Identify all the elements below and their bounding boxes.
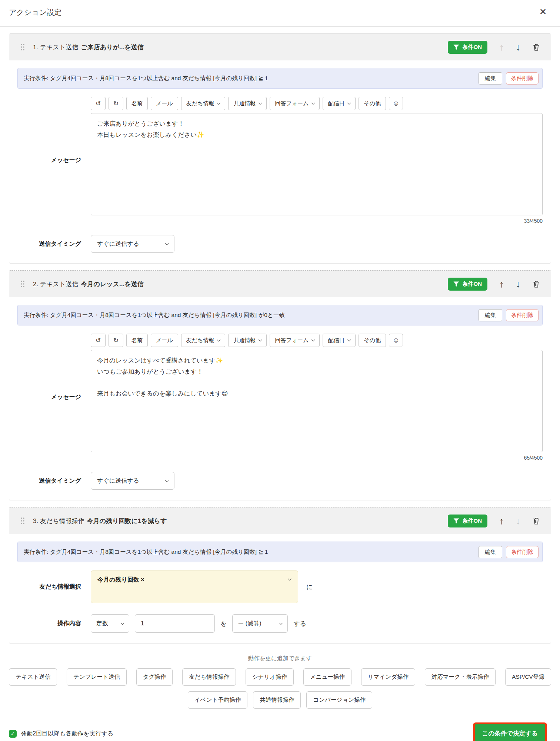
answer-form-dropdown[interactable]: 回答フォーム: [270, 334, 320, 347]
condition-text: 実行条件: タグ月4回コース・月8回コースを1つ以上含む and 友だち情報 […: [24, 75, 268, 82]
delivery-date-dropdown[interactable]: 配信日: [323, 97, 356, 110]
delete-condition-button[interactable]: 条件削除: [506, 72, 539, 85]
confirm-condition-button[interactable]: この条件で決定する: [475, 724, 545, 741]
chevron-down-icon: [259, 101, 262, 105]
char-counter: 65/4500: [91, 455, 543, 461]
operand-value-input[interactable]: [135, 614, 215, 633]
emoji-icon[interactable]: ☺: [389, 334, 403, 347]
add-template-send-button[interactable]: テンプレート送信: [67, 668, 127, 686]
add-scenario-operation-button[interactable]: シナリオ操作: [246, 668, 294, 686]
edit-condition-button[interactable]: 編集: [479, 309, 502, 321]
execution-condition-bar: 実行条件: タグ月4回コース・月8回コースを1つ以上含む and 友だち情報 […: [17, 542, 543, 562]
edit-condition-button[interactable]: 編集: [479, 72, 502, 85]
filter-icon: [453, 518, 459, 524]
modal-body: 1. テキスト送信ご来店ありが...を送信 条件ON ↑ ↓ 実行条件: タグ月…: [0, 33, 560, 709]
operator-select[interactable]: ー (減算): [232, 614, 288, 633]
action-type-label: 3. 友だち情報操作: [33, 517, 84, 525]
undo-icon[interactable]: ↺: [91, 97, 106, 110]
message-textarea[interactable]: ご来店ありがとうございます！ 本日もレッスンをお楽しみください✨: [91, 113, 543, 215]
add-action-row-2: イベント予約操作 共通情報操作 コンバージョン操作: [9, 691, 551, 709]
drag-handle-icon[interactable]: [20, 43, 25, 51]
trash-icon[interactable]: [532, 517, 540, 525]
action-name: ご来店ありが...を送信: [81, 44, 144, 51]
delivery-date-dropdown[interactable]: 配信日: [323, 334, 356, 347]
delete-condition-button[interactable]: 条件削除: [506, 546, 539, 558]
trash-icon[interactable]: [532, 43, 540, 52]
move-down-button[interactable]: ↓: [516, 43, 521, 52]
action-block-3-header: 3. 友だち情報操作今月の残り回数に1を減らす 条件ON ↑ ↓: [9, 507, 551, 534]
add-mark-display-operation-button[interactable]: 対応マーク・表示操作: [425, 668, 496, 686]
trash-icon[interactable]: [532, 280, 540, 288]
add-tag-operation-button[interactable]: タグ操作: [136, 668, 173, 686]
repeat-execution-checkbox[interactable]: ✓ 発動2回目以降も各動作を実行する: [9, 730, 113, 738]
add-action-row-1: テキスト送信 テンプレート送信 タグ操作 友だち情報操作 シナリオ操作 メニュー…: [9, 668, 551, 686]
common-info-dropdown[interactable]: 共通情報: [228, 97, 267, 110]
condition-on-badge[interactable]: 条件ON: [448, 41, 488, 54]
action-block-3: 3. 友だち情報操作今月の残り回数に1を減らす 条件ON ↑ ↓ 実行条件: タ…: [9, 507, 551, 644]
action-header-controls: 条件ON ↑ ↓: [448, 515, 541, 527]
chevron-down-icon: [347, 338, 351, 341]
add-reminder-operation-button[interactable]: リマインダ操作: [361, 668, 415, 686]
move-up-button[interactable]: ↑: [499, 516, 504, 526]
chevron-down-icon: [121, 621, 124, 625]
chevron-down-icon: [259, 338, 262, 341]
send-timing-select[interactable]: すぐに送信する: [91, 472, 174, 490]
delete-condition-button[interactable]: 条件削除: [506, 309, 539, 321]
drag-handle-icon[interactable]: [20, 280, 25, 288]
checkbox-checked-icon[interactable]: ✓: [9, 730, 17, 738]
add-text-send-button[interactable]: テキスト送信: [9, 668, 57, 686]
operand-type-select[interactable]: 定数: [91, 614, 129, 633]
filter-icon: [453, 44, 459, 50]
chevron-down-icon: [311, 101, 315, 105]
add-common-info-operation-button[interactable]: 共通情報操作: [253, 691, 301, 709]
action-type-label: 1. テキスト送信: [33, 44, 79, 51]
chevron-down-icon: [311, 338, 315, 341]
action-type-label: 2. テキスト送信: [33, 281, 79, 288]
timing-label: 送信タイミング: [19, 240, 81, 248]
friend-info-field-select[interactable]: 今月の残り回数 ×: [91, 570, 298, 603]
redo-icon[interactable]: ↻: [109, 97, 123, 110]
operation-label: 操作内容: [19, 620, 81, 628]
add-friend-info-operation-button[interactable]: 友だち情報操作: [182, 668, 236, 686]
timing-label: 送信タイミング: [19, 477, 81, 485]
move-up-button[interactable]: ↑: [499, 279, 504, 289]
answer-form-dropdown[interactable]: 回答フォーム: [270, 97, 320, 110]
action-header-controls: 条件ON ↑ ↓: [448, 41, 541, 54]
common-info-dropdown[interactable]: 共通情報: [228, 334, 267, 347]
char-counter: 33/4500: [91, 218, 543, 224]
message-textarea[interactable]: 今月のレッスンはすべて受講されています✨ いつもご参加ありがとうございます！ 来…: [91, 350, 543, 452]
modal-header: アクション設定 ✕: [0, 0, 560, 27]
add-aspcv-register-button[interactable]: ASP/CV登録: [505, 668, 551, 686]
close-icon[interactable]: ✕: [539, 7, 547, 16]
message-label: メッセージ: [19, 156, 81, 164]
condition-on-badge[interactable]: 条件ON: [448, 278, 488, 291]
action-block-2: 2. テキスト送信今月のレッス...を送信 条件ON ↑ ↓ 実行条件: タグ月…: [9, 270, 551, 500]
edit-condition-button[interactable]: 編集: [479, 546, 502, 558]
undo-icon[interactable]: ↺: [91, 334, 106, 347]
add-menu-operation-button[interactable]: メニュー操作: [303, 668, 351, 686]
message-toolbar: ↺ ↻ 名前 メール 友だち情報 共通情報 回答フォーム 配信日 その他 ☺: [91, 334, 543, 347]
drag-handle-icon[interactable]: [20, 517, 25, 525]
friend-info-dropdown[interactable]: 友だち情報: [181, 97, 226, 110]
other-button[interactable]: その他: [359, 97, 386, 110]
condition-on-badge[interactable]: 条件ON: [448, 515, 488, 527]
filter-icon: [453, 281, 459, 287]
execution-condition-bar: 実行条件: タグ月4回コース・月8回コースを1つ以上含む and 友だち情報 […: [17, 68, 543, 89]
emoji-icon[interactable]: ☺: [389, 97, 403, 110]
move-down-button: ↓: [516, 516, 521, 526]
insert-name-button[interactable]: 名前: [126, 334, 148, 347]
add-conversion-operation-button[interactable]: コンバージョン操作: [306, 691, 372, 709]
insert-name-button[interactable]: 名前: [126, 97, 148, 110]
action-block-1: 1. テキスト送信ご来店ありが...を送信 条件ON ↑ ↓ 実行条件: タグ月…: [9, 33, 551, 264]
insert-email-button[interactable]: メール: [151, 97, 178, 110]
friend-info-dropdown[interactable]: 友だち情報: [181, 334, 226, 347]
chevron-down-icon: [165, 478, 169, 482]
action-title: 2. テキスト送信今月のレッス...を送信: [33, 280, 144, 288]
move-down-button[interactable]: ↓: [516, 279, 521, 289]
insert-email-button[interactable]: メール: [151, 334, 178, 347]
action-header-controls: 条件ON ↑ ↓: [448, 278, 541, 291]
other-button[interactable]: その他: [359, 334, 386, 347]
send-timing-select[interactable]: すぐに送信する: [91, 235, 174, 253]
redo-icon[interactable]: ↻: [109, 334, 123, 347]
add-event-reservation-operation-button[interactable]: イベント予約操作: [188, 691, 247, 709]
